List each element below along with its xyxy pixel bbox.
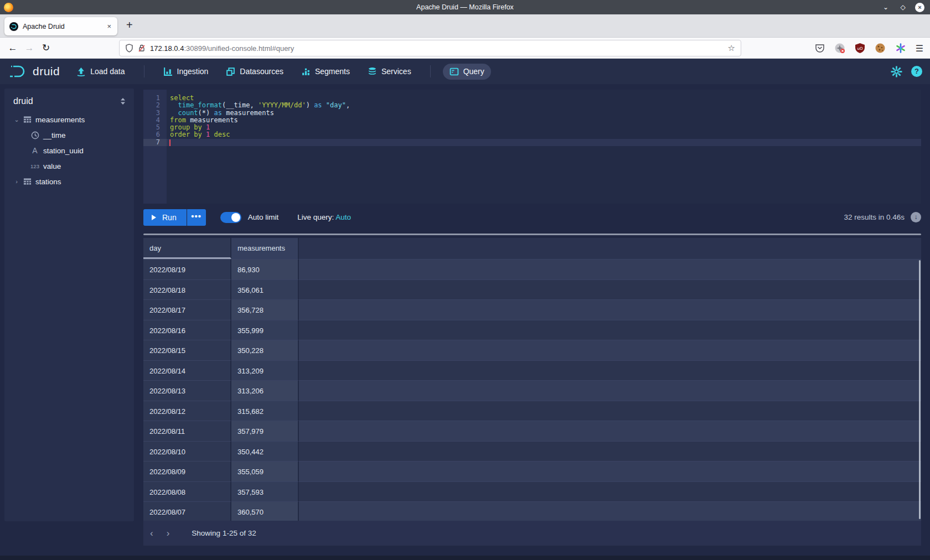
table-row: 2022/08/07360,570 xyxy=(143,501,921,521)
new-tab-button[interactable]: + xyxy=(126,19,133,32)
reload-button[interactable]: ↻ xyxy=(38,42,54,54)
cell-day[interactable]: 2022/08/07 xyxy=(143,501,231,521)
tree-table-measurements[interactable]: ⌄measurements xyxy=(4,112,134,127)
multicolor-asterisk-icon[interactable] xyxy=(895,43,906,54)
forward-button[interactable]: → xyxy=(21,43,38,54)
tree-column-station_uuid[interactable]: Astation_uuid xyxy=(4,143,134,158)
cell-measurements[interactable]: 360,570 xyxy=(231,501,299,521)
schema-selector[interactable]: druid xyxy=(13,96,33,106)
code-line[interactable]: select xyxy=(167,95,921,102)
nav-item-datasources[interactable]: Datasources xyxy=(219,64,290,80)
pane-splitter-handle[interactable] xyxy=(143,234,921,235)
cell-measurements[interactable]: 356,061 xyxy=(231,279,299,300)
datasources-icon xyxy=(226,67,235,76)
cell-measurements[interactable]: 356,728 xyxy=(231,299,299,320)
chevron-right-icon[interactable]: › xyxy=(12,178,21,185)
tab-strip: Apache Druid × + xyxy=(0,14,930,38)
cell-day[interactable]: 2022/08/13 xyxy=(143,380,231,401)
sql-editor[interactable]: 1234567 select time_format(__time, 'YYYY… xyxy=(143,90,921,204)
cell-measurements[interactable]: 355,059 xyxy=(231,461,299,481)
cell-measurements[interactable]: 355,999 xyxy=(231,320,299,340)
row-filler xyxy=(299,401,921,421)
download-icon[interactable]: ↓ xyxy=(911,212,921,222)
run-more-button[interactable]: ••• xyxy=(187,209,206,226)
url-text[interactable]: 172.18.0.4:30899/unified-console.html#qu… xyxy=(150,44,728,53)
nav-item-load-data[interactable]: Load data xyxy=(70,64,131,80)
cell-day[interactable]: 2022/08/09 xyxy=(143,461,231,481)
nav-item-ingestion[interactable]: Ingestion xyxy=(157,64,215,80)
cell-day[interactable]: 2022/08/17 xyxy=(143,299,231,320)
tree-label: __time xyxy=(43,131,66,139)
cell-measurements[interactable]: 86,930 xyxy=(231,259,299,279)
tab-close-icon[interactable]: × xyxy=(106,22,112,30)
cell-measurements[interactable]: 350,228 xyxy=(231,340,299,360)
live-query-label[interactable]: Live query: Auto xyxy=(297,213,351,221)
cell-day[interactable]: 2022/08/19 xyxy=(143,259,231,279)
auto-limit-toggle[interactable] xyxy=(220,212,241,223)
line-number: 6 xyxy=(143,131,167,138)
nav-item-services[interactable]: Services xyxy=(361,64,418,80)
tree-table-stations[interactable]: ›stations xyxy=(4,174,134,189)
cell-measurements[interactable]: 357,979 xyxy=(231,421,299,441)
insecure-lock-icon[interactable] xyxy=(138,44,146,53)
url-bar[interactable]: 172.18.0.4:30899/unified-console.html#qu… xyxy=(119,40,741,56)
nav-item-segments[interactable]: Segments xyxy=(294,64,356,80)
cell-measurements[interactable]: 350,442 xyxy=(231,441,299,462)
cell-measurements[interactable]: 357,593 xyxy=(231,481,299,502)
run-button[interactable]: Run xyxy=(143,209,187,226)
ingestion-icon xyxy=(163,67,173,76)
cookie-icon[interactable] xyxy=(875,43,886,54)
tab-apache-druid[interactable]: Apache Druid × xyxy=(4,17,117,35)
services-icon xyxy=(368,67,377,76)
pocket-icon[interactable] xyxy=(815,43,825,53)
cell-day[interactable]: 2022/08/18 xyxy=(143,279,231,300)
table-row: 2022/08/16355,999 xyxy=(143,320,921,340)
row-filler xyxy=(299,380,921,401)
cell-day[interactable]: 2022/08/15 xyxy=(143,340,231,360)
cell-day[interactable]: 2022/08/16 xyxy=(143,320,231,340)
tree-column-__time[interactable]: __time xyxy=(4,127,134,143)
code-line[interactable] xyxy=(167,139,921,146)
window-restore-icon[interactable]: ◇ xyxy=(898,3,908,11)
code-line[interactable]: time_format(__time, 'YYYY/MM/dd') as "da… xyxy=(167,102,921,109)
settings-gear-icon[interactable] xyxy=(891,66,902,77)
live-query-value[interactable]: Auto xyxy=(335,213,351,221)
cell-day[interactable]: 2022/08/08 xyxy=(143,481,231,502)
chevron-down-icon[interactable]: ⌄ xyxy=(12,116,21,123)
cell-day[interactable]: 2022/08/12 xyxy=(143,401,231,421)
window-minimize-icon[interactable]: ⌄ xyxy=(881,3,891,11)
druid-header: druid Load dataIngestionDatasourcesSegme… xyxy=(0,59,930,84)
nav-item-query[interactable]: Query xyxy=(443,64,491,80)
column-header-day[interactable]: day xyxy=(143,238,231,259)
tracking-shield-icon[interactable] xyxy=(125,44,133,53)
cell-day[interactable]: 2022/08/10 xyxy=(143,441,231,462)
cell-measurements[interactable]: 313,209 xyxy=(231,360,299,381)
help-icon[interactable]: ? xyxy=(911,66,922,77)
cell-day[interactable]: 2022/08/14 xyxy=(143,360,231,381)
prev-page-icon[interactable]: ‹ xyxy=(143,528,160,539)
load-data-icon xyxy=(76,67,86,76)
table-row: 2022/08/12315,682 xyxy=(143,401,921,421)
extension-disabled-icon[interactable] xyxy=(834,43,845,54)
column-header-measurements[interactable]: measurements xyxy=(231,238,299,259)
cell-measurements[interactable]: 313,206 xyxy=(231,380,299,401)
bookmark-star-icon[interactable]: ☆ xyxy=(728,43,735,53)
cell-day[interactable]: 2022/08/11 xyxy=(143,421,231,441)
window-close-icon[interactable]: × xyxy=(915,3,924,12)
menu-icon[interactable]: ☰ xyxy=(916,43,923,54)
table-scrollbar[interactable] xyxy=(919,260,921,519)
nav-item-label: Segments xyxy=(315,67,350,76)
tree-column-value[interactable]: 123value xyxy=(4,158,134,174)
code-line[interactable]: group by 1 xyxy=(167,124,921,131)
druid-logo[interactable]: druid xyxy=(9,64,60,79)
ublock-origin-icon[interactable]: uO xyxy=(855,43,865,54)
double-caret-icon[interactable] xyxy=(120,97,126,105)
cell-measurements[interactable]: 315,682 xyxy=(231,401,299,421)
back-button[interactable]: ← xyxy=(4,43,21,54)
code-line[interactable]: from measurements xyxy=(167,117,921,124)
code-line[interactable]: count(*) as measurements xyxy=(167,110,921,117)
editor-code[interactable]: select time_format(__time, 'YYYY/MM/dd')… xyxy=(167,90,921,204)
code-line[interactable]: order by 1 desc xyxy=(167,131,921,138)
row-filler xyxy=(299,259,921,279)
next-page-icon[interactable]: › xyxy=(160,528,177,539)
